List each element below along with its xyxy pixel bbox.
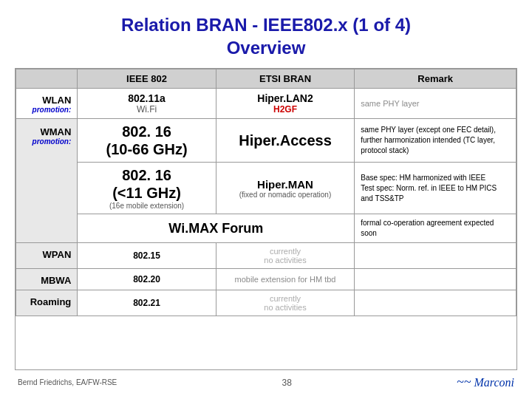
footer-page: 38	[282, 378, 291, 388]
mbwa-etsi: mobile extension for HM tbd	[235, 275, 336, 284]
wpan-ieee-cell: 802.15	[78, 243, 216, 269]
wman-access-ieee-cell: 802. 16 (10-66 GHz)	[78, 119, 216, 163]
roaming-remark-cell	[355, 290, 516, 316]
wlan-remark: same PHY layer	[361, 99, 419, 108]
wimax-cell: Wi.MAX Forum	[78, 214, 355, 243]
wlan-label-cell: WLAN promotion:	[16, 89, 78, 119]
wman-man-ieee: 802. 16	[83, 166, 209, 184]
page: Relation BRAN - IEEE802.x (1 of 4) Overv…	[0, 0, 532, 399]
wman-label: WMAN	[22, 126, 71, 137]
wlan-ieee: 802.11a	[83, 92, 209, 104]
wman-access-ieee: 802. 16	[83, 123, 209, 140]
roaming-label: Roaming	[30, 296, 72, 307]
wman-man-ieee-ext: (16e mobile extension)	[83, 202, 209, 210]
roaming-label-cell: Roaming	[16, 290, 78, 316]
wman-promotion: promotion:	[22, 137, 71, 146]
wman-man-ieee-sub: (<11 GHz)	[83, 184, 209, 202]
wimax-label: Wi.MAX Forum	[168, 221, 263, 236]
footer-author: Bernd Friedrichs, EA/FW-RSE	[18, 378, 117, 386]
wman-man-ieee-cell: 802. 16 (<11 GHz) (16e mobile extension)	[78, 163, 216, 214]
wlan-remark-cell: same PHY layer	[355, 89, 516, 119]
main-table: IEEE 802 ETSI BRAN Remark WLAN promotion…	[16, 69, 516, 316]
mbwa-label: MBWA	[41, 275, 71, 286]
wman-man-etsi: Hiper.MAN	[222, 178, 348, 191]
mbwa-ieee-cell: 802.20	[78, 269, 216, 290]
mbwa-ieee: 802.20	[133, 274, 160, 284]
wman-access-remark-cell: same PHY layer (except one FEC detail), …	[355, 119, 516, 163]
wpan-etsi-cell: currently no activities	[216, 243, 354, 269]
main-table-wrapper: IEEE 802 ETSI BRAN Remark WLAN promotion…	[15, 68, 517, 370]
header-empty	[16, 69, 78, 89]
wpan-label-cell: WPAN	[16, 243, 78, 269]
wimax-remark-cell: formal co-operation agreement expected s…	[355, 214, 516, 243]
wlan-ieee-sub: Wi.Fi	[83, 104, 209, 115]
marconi-text: Marconi	[474, 376, 514, 389]
header-remark: Remark	[355, 69, 516, 89]
wlan-etsi-sub: H2GF	[222, 104, 348, 115]
wman-access-ieee-sub: (10-66 GHz)	[83, 140, 209, 158]
table-header-row: IEEE 802 ETSI BRAN Remark	[16, 69, 516, 89]
header-etsi: ETSI BRAN	[216, 69, 354, 89]
wlan-etsi-cell: Hiper.LAN2 H2GF	[216, 89, 354, 119]
wman-man-etsi-sub: (fixed or nomadic operation)	[222, 191, 348, 199]
roaming-ieee: 802.21	[133, 298, 160, 308]
roaming-ieee-cell: 802.21	[78, 290, 216, 316]
table-row-wman-man: 802. 16 (<11 GHz) (16e mobile extension)…	[16, 163, 516, 214]
wpan-etsi: currently no activities	[264, 247, 306, 265]
mbwa-etsi-cell: mobile extension for HM tbd	[216, 269, 354, 290]
footer: Bernd Friedrichs, EA/FW-RSE 38 ~~ Marcon…	[15, 370, 517, 392]
wpan-remark-cell	[355, 243, 516, 269]
wimax-remark: formal co-operation agreement expected s…	[361, 219, 494, 237]
wman-access-etsi: Hiper.Access	[222, 132, 348, 149]
table-row-roaming: Roaming 802.21 currently no activities	[16, 290, 516, 316]
title-section: Relation BRAN - IEEE802.x (1 of 4) Overv…	[15, 7, 517, 68]
wpan-ieee: 802.15	[133, 250, 160, 261]
wman-access-etsi-cell: Hiper.Access	[216, 119, 354, 163]
wlan-label: WLAN	[22, 95, 71, 106]
wlan-promotion: promotion:	[22, 106, 71, 114]
header-ieee: IEEE 802	[78, 69, 216, 89]
wpan-label: WPAN	[43, 249, 72, 260]
wlan-ieee-cell: 802.11a Wi.Fi	[78, 89, 216, 119]
table-row-wlan: WLAN promotion: 802.11a Wi.Fi Hiper.LAN2…	[16, 89, 516, 119]
marconi-logo: ~~ Marconi	[457, 375, 514, 390]
wlan-etsi: Hiper.LAN2	[222, 92, 348, 104]
wman-man-remark: Base spec: HM harmonized with IEEE Test …	[361, 174, 497, 202]
wman-man-remark-cell: Base spec: HM harmonized with IEEE Test …	[355, 163, 516, 214]
roaming-etsi: currently no activities	[264, 294, 306, 312]
mbwa-label-cell: MBWA	[16, 269, 78, 290]
mbwa-remark-cell	[355, 269, 516, 290]
table-row-wpan: WPAN 802.15 currently no activities	[16, 243, 516, 269]
table-row-wman-access: WMAN promotion: 802. 16 (10-66 GHz) Hipe…	[16, 119, 516, 163]
marconi-wave-icon: ~~	[457, 375, 471, 390]
wman-man-etsi-cell: Hiper.MAN (fixed or nomadic operation)	[216, 163, 354, 214]
page-title: Relation BRAN - IEEE802.x (1 of 4) Overv…	[15, 13, 517, 59]
wman-label-cell: WMAN promotion:	[16, 119, 78, 243]
roaming-etsi-cell: currently no activities	[216, 290, 354, 316]
table-row-wimax: Wi.MAX Forum formal co-operation agreeme…	[16, 214, 516, 243]
wman-access-remark: same PHY layer (except one FEC detail), …	[361, 126, 496, 154]
table-row-mbwa: MBWA 802.20 mobile extension for HM tbd	[16, 269, 516, 290]
